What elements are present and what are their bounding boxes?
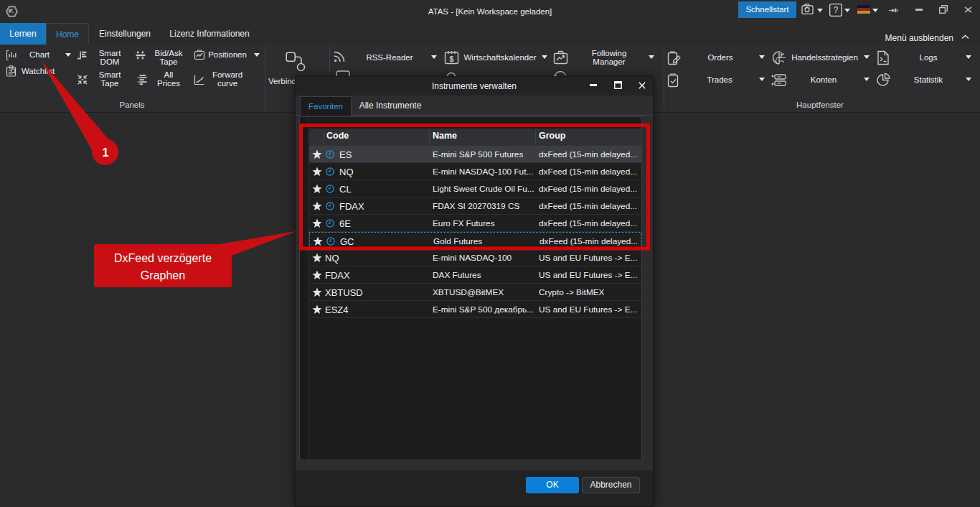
svg-text:?: ? <box>834 5 839 15</box>
svg-text:Graphen: Graphen <box>141 269 185 282</box>
svg-text:1: 1 <box>103 146 109 159</box>
svg-text:DxFeed verzögerte: DxFeed verzögerte <box>114 252 212 264</box>
svg-text:$: $ <box>450 55 454 63</box>
